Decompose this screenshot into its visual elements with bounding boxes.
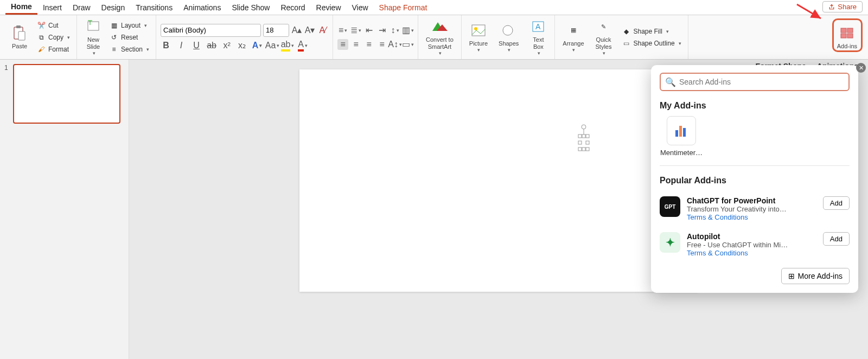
more-addins-button[interactable]: ⊞ More Add-ins — [781, 268, 850, 284]
text-effects-button[interactable]: A — [252, 40, 263, 51]
underline-button[interactable]: U — [191, 40, 202, 51]
arrange-button[interactable]: ▦Arrange — [559, 21, 587, 54]
textbox-label: Text Box — [533, 36, 544, 49]
fill-icon: ◆ — [622, 27, 631, 36]
share-button[interactable]: Share — [822, 1, 863, 12]
svg-rect-27 — [586, 148, 589, 151]
smartart-label: Convert to SmartArt — [426, 36, 454, 49]
tab-design[interactable]: Design — [96, 1, 131, 14]
layout-icon: ▦ — [110, 21, 118, 30]
quick-styles-button[interactable]: ✎Quick Styles — [592, 17, 616, 57]
addins-search-input[interactable] — [679, 78, 844, 86]
addin-terms-link[interactable]: Terms & Conditions — [687, 213, 816, 221]
bullets-button[interactable]: ≡ — [337, 25, 348, 36]
convert-smartart-button[interactable]: Convert to SmartArt — [423, 17, 457, 57]
grow-font-icon[interactable]: A▴ — [291, 25, 302, 36]
popover-close-icon[interactable]: ✕ — [856, 63, 866, 73]
tab-record[interactable]: Record — [275, 1, 310, 14]
tab-review[interactable]: Review — [311, 1, 347, 14]
addins-search[interactable]: 🔍 — [660, 73, 850, 91]
reset-button[interactable]: ↺Reset — [107, 32, 151, 43]
section-button[interactable]: ≡Section — [107, 44, 151, 55]
justify-button[interactable]: ≡ — [376, 39, 387, 50]
text-direction-button[interactable]: A↕ — [390, 39, 400, 50]
quickstyles-icon: ✎ — [595, 18, 612, 35]
thumb-number: 1 — [4, 64, 10, 124]
addin-terms-link[interactable]: Terms & Conditions — [687, 249, 816, 257]
align-vert-button[interactable]: ▭ — [403, 39, 413, 50]
align-right-button[interactable]: ≡ — [363, 39, 374, 50]
change-case-button[interactable]: Aa — [267, 40, 278, 51]
shrink-font-icon[interactable]: A▾ — [304, 25, 315, 36]
share-icon — [828, 4, 835, 10]
font-size-combo[interactable] — [263, 24, 289, 37]
tab-insert[interactable]: Insert — [37, 1, 67, 14]
shape-outline-button[interactable]: ▭Shape Outline — [620, 38, 684, 49]
tab-draw[interactable]: Draw — [67, 1, 96, 14]
group-arrange: ▦Arrange ✎Quick Styles ◆Shape Fill ▭Shap… — [555, 15, 688, 59]
tab-slideshow[interactable]: Slide Show — [226, 1, 275, 14]
addin-desc: Free - Use ChatGPT within Mi… — [687, 241, 816, 249]
addins-button[interactable]: Add-ins — [834, 23, 860, 50]
slide-thumbnail-1[interactable] — [13, 64, 120, 124]
group-addins: Add-ins — [829, 15, 865, 59]
clear-format-icon[interactable]: A⁄ — [317, 25, 328, 36]
tab-animations[interactable]: Animations — [178, 1, 226, 14]
tab-view[interactable]: View — [347, 1, 374, 14]
svg-rect-14 — [847, 28, 853, 33]
strike-button[interactable]: ab — [206, 40, 217, 51]
selected-shape[interactable] — [577, 124, 593, 156]
font-color-button[interactable]: A — [297, 40, 308, 51]
svg-text:A: A — [535, 22, 541, 31]
indent-button[interactable]: ⇥ — [376, 25, 387, 36]
reset-icon: ↺ — [110, 33, 118, 42]
svg-point-18 — [582, 125, 586, 129]
slide-canvas[interactable] — [299, 69, 698, 292]
align-center-button[interactable]: ≡ — [350, 39, 361, 50]
chatgpt-logo-icon: GPT — [660, 196, 680, 217]
italic-button[interactable]: I — [176, 40, 187, 51]
paste-button[interactable]: Paste — [8, 23, 31, 50]
shapes-button[interactable]: Shapes — [495, 21, 522, 54]
addin-add-button[interactable]: Add — [823, 232, 850, 246]
tab-shape-format[interactable]: Shape Format — [374, 1, 433, 14]
font-name-combo[interactable] — [161, 24, 261, 37]
tab-transitions[interactable]: Transitions — [130, 1, 178, 14]
divider — [660, 165, 850, 166]
svg-rect-26 — [582, 148, 585, 151]
addin-title: Autopilot — [687, 232, 816, 241]
copy-button[interactable]: ⧉Copy — [35, 32, 72, 43]
new-slide-label: New Slide — [87, 36, 100, 49]
svg-rect-15 — [841, 34, 846, 38]
arrange-label: Arrange — [563, 40, 584, 47]
superscript-button[interactable]: x² — [221, 40, 232, 51]
picture-icon — [470, 22, 487, 39]
bold-button[interactable]: B — [161, 40, 171, 51]
group-smartart: Convert to SmartArt — [418, 15, 462, 59]
format-painter-button[interactable]: 🖌Format — [35, 44, 72, 55]
textbox-button[interactable]: AText Box — [526, 17, 550, 57]
picture-button[interactable]: Picture — [466, 21, 491, 54]
tab-home[interactable]: Home — [5, 0, 37, 15]
my-addin-mentimeter[interactable]: Mentimeter… — [660, 116, 703, 157]
shape-fill-button[interactable]: ◆Shape Fill — [620, 26, 684, 37]
addin-add-button[interactable]: Add — [823, 196, 850, 210]
align-left-button[interactable]: ≡ — [337, 39, 348, 50]
columns-button[interactable]: ▥ — [403, 25, 413, 36]
svg-rect-21 — [582, 134, 585, 138]
line-spacing-button[interactable]: ↕ — [390, 25, 400, 36]
svg-rect-2 — [18, 31, 25, 40]
addins-popover: ✕ 🔍 My Add-ins Mentimeter… Popular Add-i… — [651, 65, 858, 293]
my-addins-header: My Add-ins — [660, 101, 850, 111]
svg-rect-29 — [679, 126, 682, 137]
group-paragraph: ≡ ≣ ⇤ ⇥ ↕ ▥ ≡ ≡ ≡ ≡ A↕ ▭ — [333, 15, 418, 59]
numbering-button[interactable]: ≣ — [350, 25, 361, 36]
new-slide-button[interactable]: New Slide — [81, 17, 105, 57]
cut-label: Cut — [48, 22, 59, 29]
new-slide-icon — [85, 18, 102, 35]
highlight-button[interactable]: ab — [282, 40, 293, 51]
cut-button[interactable]: ✂️Cut — [35, 20, 72, 31]
layout-button[interactable]: ▦Layout — [107, 20, 151, 31]
outdent-button[interactable]: ⇤ — [363, 25, 374, 36]
subscript-button[interactable]: x₂ — [237, 40, 247, 51]
